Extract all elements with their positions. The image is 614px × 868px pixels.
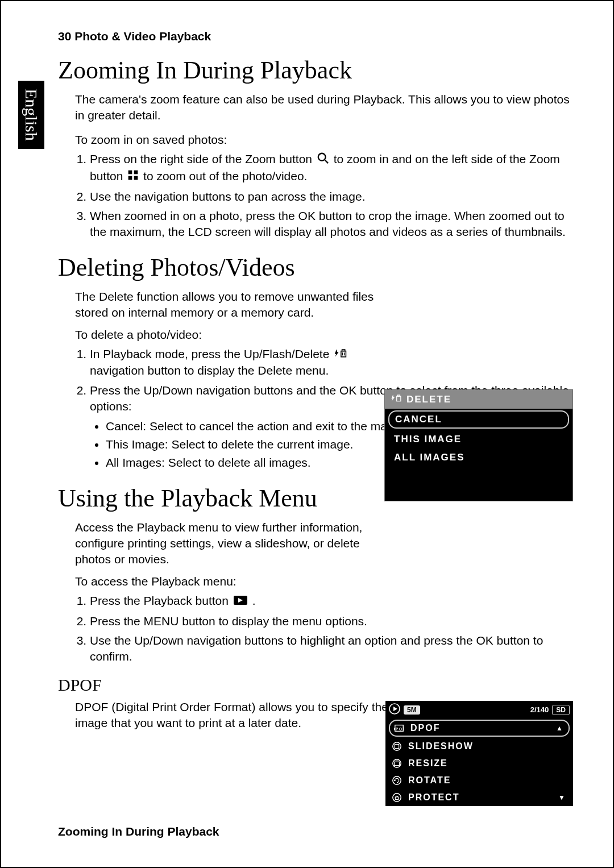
delete-menu-cancel: CANCEL [388,410,569,429]
svg-rect-6 [341,351,346,357]
pbmenu-step-1: Press the Playback button . [90,593,376,610]
text: . [252,594,256,607]
delete-menu-figure: DELETE CANCEL THIS IMAGE ALL IMAGES [384,389,573,501]
svg-point-18 [393,742,401,750]
text: navigation button to display the Delete … [90,364,329,377]
pb-item-dpof: DPOF DPOF ▲ [389,720,570,737]
flash-trash-icon [391,393,402,405]
pbmenu-step-2: Press the MENU button to display the men… [90,613,376,629]
down-arrow-icon: ▼ [557,794,567,801]
svg-line-1 [325,160,328,163]
language-tab: English [18,81,44,149]
svg-rect-4 [128,176,132,180]
play-circle-icon [389,703,400,716]
pb-item-slideshow: SLIDESHOW [385,738,573,755]
delete-menu-header: DELETE [385,390,572,409]
rotate-icon [391,775,403,786]
manual-page: English 30 Photo & Video Playback Zoomin… [0,0,614,868]
svg-point-0 [318,153,326,161]
zoom-intro: The camera's zoom feature can also be us… [75,92,573,124]
pb-item-protect: PROTECT ▼ [385,789,573,806]
pbmenu-intro: Access the Playback menu to view further… [75,520,376,568]
resize-icon [391,758,403,769]
zoom-step-3: When zoomed in on a photo, press the OK … [90,208,573,240]
svg-rect-19 [395,744,399,748]
playback-menu-figure: 5M 2/140 SD DPOF DPOF ▲ SLIDESHOW [385,701,573,806]
thumbnails-icon [127,169,139,185]
protect-icon [391,792,403,803]
svg-marker-15 [393,707,397,711]
text: DELETE [406,394,451,405]
zoom-lead: To zoom in on saved photos: [75,132,573,148]
text: SLIDESHOW [408,741,474,751]
text: PROTECT [408,792,459,803]
delete-menu-all-images: ALL IMAGES [385,448,572,467]
svg-rect-5 [134,176,138,180]
flash-trash-icon [334,347,347,363]
text: Press on the right side of the Zoom butt… [90,152,316,165]
pbmenu-lead: To access the Playback menu: [75,574,376,589]
text: In Playback mode, press the Up/Flash/Del… [90,347,333,360]
pb-top-bar: 5M 2/140 SD [385,701,573,719]
magnify-icon [317,152,329,168]
svg-rect-21 [395,762,400,765]
svg-rect-3 [134,171,138,175]
up-arrow-icon: ▲ [555,724,565,732]
heading-delete: Deleting Photos/Videos [58,253,573,282]
page-footer: Zooming In During Playback [58,825,219,838]
svg-marker-23 [394,779,396,781]
delete-step-1: In Playback mode, press the Up/Flash/Del… [90,346,376,379]
delete-menu-this-image: THIS IMAGE [385,430,572,448]
heading-zoom: Zooming In During Playback [58,56,573,85]
text: to zoom out of the photo/video. [143,169,307,182]
text: RESIZE [408,758,448,769]
zoom-step-2: Use the navigation buttons to pan across… [90,189,573,205]
svg-point-22 [393,776,401,784]
text: DPOF [410,723,440,733]
delete-intro: The Delete function allows you to remove… [75,289,376,321]
resolution-badge: 5M [404,705,420,715]
svg-rect-2 [128,171,132,175]
pbmenu-step-3: Use the Up/Down navigation buttons to hi… [90,633,573,665]
svg-rect-7 [342,350,345,351]
pb-item-rotate: ROTATE [385,772,573,789]
heading-dpof: DPOF [58,675,573,695]
dpof-icon: DPOF [393,722,405,734]
svg-rect-11 [397,395,400,396]
delete-lead: To delete a photo/video: [75,327,376,343]
text: Press the Playback button [90,594,232,607]
pb-item-resize: RESIZE [385,755,573,772]
image-counter: 2/140 [530,705,549,714]
svg-rect-25 [395,797,398,800]
zoom-step-1: Press on the right side of the Zoom butt… [90,151,573,185]
svg-rect-10 [397,396,401,401]
svg-text:DPOF: DPOF [394,727,404,731]
slideshow-icon [391,741,403,752]
playback-icon [233,593,248,609]
page-header: 30 Photo & Video Playback [58,30,573,43]
svg-point-24 [393,794,401,801]
text: ROTATE [408,775,451,786]
sd-badge: SD [552,705,570,715]
